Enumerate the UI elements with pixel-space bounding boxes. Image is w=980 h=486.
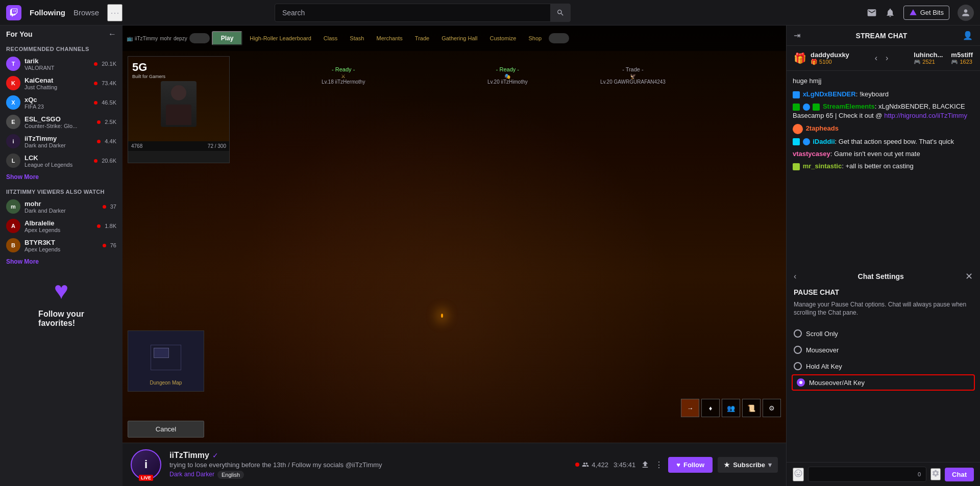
hud-exit-portal[interactable]: → <box>681 399 699 417</box>
sidebar-item-btyr3kt[interactable]: B BTYR3KT Apex Legends 76 <box>0 236 122 255</box>
hud-fame[interactable]: ♦ <box>701 399 720 417</box>
top-navigation: Following Browse ⋯ Get Bits <box>0 0 980 25</box>
mouseover-option[interactable]: Mouseover <box>794 342 973 358</box>
tarik-info: tarik VALORANT <box>24 57 90 71</box>
mouseover-alt-radio[interactable] <box>797 378 805 387</box>
gift-prev-arrow[interactable]: ‹ <box>872 53 880 64</box>
btyr3kt-info: BTYR3KT Apex Legends <box>24 239 99 252</box>
game-nav-trade[interactable]: Trade <box>410 33 434 43</box>
sidebar-item-lck[interactable]: L LCK League of Legends 20.6K <box>0 151 122 170</box>
chat-settings-close-button[interactable]: ✕ <box>965 271 973 282</box>
pip-viewer-count: 4768 <box>131 143 142 149</box>
idaddii-username[interactable]: iDaddii <box>813 138 835 145</box>
for-you-label: For You <box>6 30 33 38</box>
albralelie-game: Apex Legends <box>24 227 93 233</box>
game-tag[interactable]: Dark and Darker <box>169 471 214 479</box>
sidebar-item-tarik[interactable]: T tarik VALORANT 20.1K <box>0 54 122 73</box>
sidebar-item-albralelie[interactable]: A Albralelie Apex Legends 1.8K <box>0 216 122 236</box>
game-nav-class[interactable]: Class <box>318 33 343 43</box>
chat-smiley-button[interactable] <box>793 468 804 481</box>
more-nav-button[interactable]: ⋯ <box>107 4 122 21</box>
show-more-also-watch[interactable]: Show More <box>0 255 122 268</box>
hold-alt-radio[interactable] <box>794 362 802 370</box>
mouseover-radio[interactable] <box>794 346 802 354</box>
chat-footer: 0 Chat <box>787 462 980 486</box>
esl-csgo-viewers: 2.5K <box>105 119 116 125</box>
sidebar-item-xqc[interactable]: X xQc FIFA 23 46.5K <box>0 93 122 112</box>
streamer-name[interactable]: iiTzTimmy <box>169 451 209 460</box>
sidebar-collapse-arrow[interactable]: ← <box>108 30 116 39</box>
hud-top-doddles[interactable]: 📜 <box>742 399 761 417</box>
pip-video: 5G Built for Gamers <box>128 57 229 141</box>
scroll-only-option[interactable]: Scroll Only <box>794 325 973 342</box>
mr-sintastic-username[interactable]: mr_sintastic <box>803 162 842 170</box>
2tapheads-username[interactable]: 2tapheads <box>806 124 839 132</box>
kaicenat-viewers: 73.4K <box>102 80 116 86</box>
gift-next-arrow[interactable]: › <box>883 53 891 64</box>
sidebar-item-kaicenat[interactable]: K KaiCenat Just Chatting 73.4K <box>0 73 122 93</box>
game-nav-stash[interactable]: Stash <box>345 33 369 43</box>
xlgndxbender-username[interactable]: xLgNDxBENDER <box>803 90 856 98</box>
chat-input-area[interactable]: 0 <box>808 467 926 482</box>
show-more-recommended[interactable]: Show More <box>0 170 122 184</box>
follow-button[interactable]: ♥ Follow <box>668 457 713 473</box>
game-nav-shop[interactable]: Shop <box>523 33 547 43</box>
gift-user3-info: m5stiff 🎮 1623 <box>951 51 973 65</box>
video-player[interactable]: 📺 iiTzTimmy mohr depzy Play High-Roller … <box>122 25 786 443</box>
gift-right: luhinch... 🎮 2521 m5stiff 🎮 1623 <box>914 51 973 65</box>
mouseover-alt-option[interactable]: Mouseover/Alt Key <box>792 374 975 391</box>
search-input[interactable] <box>275 4 571 22</box>
scroll-only-radio[interactable] <box>794 329 802 338</box>
game-nav-customize[interactable]: Customize <box>484 33 521 43</box>
share-button[interactable] <box>641 460 650 469</box>
hud-player-list[interactable]: 👥 <box>722 399 740 417</box>
vtastycasey-username[interactable]: vtastycasey <box>793 150 830 158</box>
mouseover-label: Mouseover <box>806 346 839 354</box>
btyr3kt-live-dot <box>103 244 106 247</box>
twitch-logo[interactable] <box>6 5 21 20</box>
more-options-button[interactable]: ⋮ <box>655 460 663 470</box>
game-toggle-2[interactable] <box>549 33 569 43</box>
chat-send-button[interactable]: Chat <box>945 468 974 481</box>
search-button[interactable] <box>550 4 571 22</box>
stream-tags: Dark and Darker English <box>169 471 567 479</box>
tarik-live-dot <box>94 62 97 66</box>
sidebar-follow-section: ♥ Follow your favorites! <box>0 268 122 336</box>
get-bits-button[interactable]: Get Bits <box>903 6 949 20</box>
user-avatar[interactable] <box>958 5 974 21</box>
game-nav-leaderboard[interactable]: High-Roller Leaderboard <box>244 33 316 43</box>
sidebar-item-esl-csgo[interactable]: E ESL_CSGO Counter-Strike: Glo... 2.5K <box>0 112 122 132</box>
verified-icon: ✓ <box>212 451 218 459</box>
sidebar-item-iitztimmy[interactable]: i iiTzTimmy Dark and Darker 4.4K <box>0 132 122 151</box>
cancel-button[interactable]: Cancel <box>128 421 204 438</box>
kaicenat-live-dot <box>94 82 97 85</box>
game-nav-gathering[interactable]: Gathering Hall <box>436 33 482 43</box>
chat-settings-gear-button[interactable] <box>930 468 941 480</box>
btyr3kt-game: Apex Legends <box>24 246 99 252</box>
sidebar-item-mohr[interactable]: m mohr Dark and Darker 37 <box>0 197 122 216</box>
game-toggle-1[interactable] <box>189 33 210 43</box>
chat-collapse-button[interactable]: ⇥ <box>794 31 800 40</box>
following-nav-item[interactable]: Following <box>30 8 65 17</box>
btyr3kt-viewers: 76 <box>110 242 116 248</box>
chat-user-icon[interactable]: 👤 <box>963 31 973 40</box>
esl-csgo-avatar: E <box>6 115 20 129</box>
esl-csgo-game: Counter-Strike: Glo... <box>24 123 93 129</box>
browse-nav-item[interactable]: Browse <box>74 8 99 17</box>
pip-overlay: 5G Built for Gamers 4768 72 / 300 <box>128 56 230 163</box>
game-nav-merchants[interactable]: Merchants <box>371 33 407 43</box>
streamelements-username[interactable]: StreamElements <box>823 103 875 110</box>
mail-icon-button[interactable] <box>867 8 877 18</box>
game-play-button[interactable]: Play <box>212 31 243 45</box>
iitztimmy-live-dot <box>97 140 101 143</box>
xqc-game: FIFA 23 <box>24 104 90 110</box>
chat-message-mr-sintastic: mr_sintastic: +all is better on casting <box>793 162 974 171</box>
xqc-name: xQc <box>24 96 90 104</box>
gift-user1-amount: 🎁 5100 <box>811 59 849 65</box>
hud-class-change[interactable]: ⚙ <box>763 399 781 417</box>
also-watch-title: IITZTIMMY VIEWERS ALSO WATCH <box>0 184 122 197</box>
notifications-icon-button[interactable] <box>885 8 895 18</box>
streamelements-link[interactable]: http://higround.co/iiTzTimmy <box>884 112 967 119</box>
hold-alt-option[interactable]: Hold Alt Key <box>794 358 973 374</box>
subscribe-button[interactable]: ★ Subscribe ▾ <box>718 457 778 473</box>
